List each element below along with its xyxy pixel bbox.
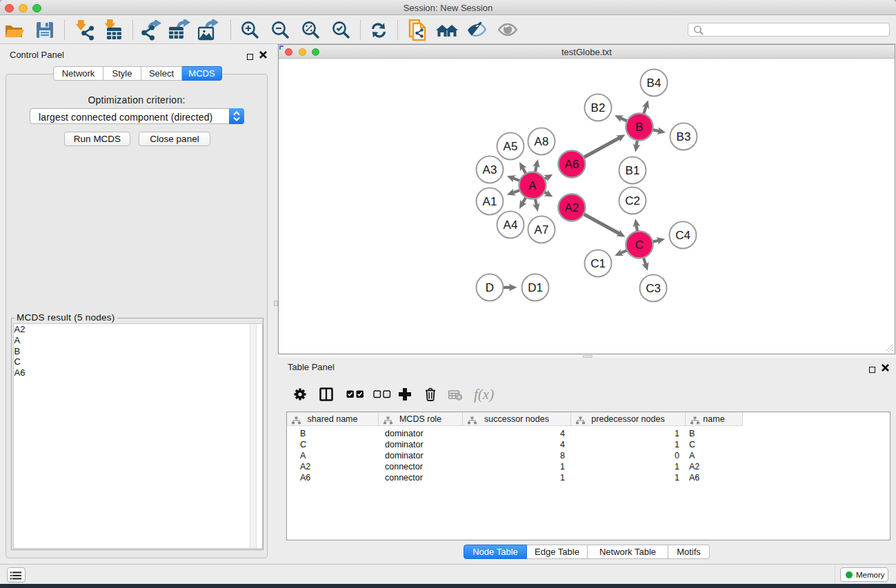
svg-text:D1: D1	[528, 281, 543, 294]
svg-text:A8: A8	[535, 135, 549, 148]
svg-text:D: D	[486, 281, 494, 294]
svg-text:C4: C4	[675, 229, 690, 242]
svg-text:B3: B3	[677, 130, 691, 143]
svg-text:C2: C2	[625, 194, 640, 207]
svg-text:A1: A1	[483, 195, 497, 208]
svg-text:C1: C1	[590, 257, 606, 270]
svg-text:A2: A2	[565, 201, 579, 214]
svg-text:A3: A3	[483, 163, 497, 176]
svg-text:A4: A4	[504, 219, 518, 232]
svg-text:C3: C3	[646, 282, 661, 295]
svg-text:B4: B4	[647, 77, 661, 90]
svg-text:A5: A5	[504, 140, 518, 153]
svg-text:C: C	[635, 239, 644, 252]
svg-text:B2: B2	[591, 101, 606, 114]
svg-text:A7: A7	[535, 223, 549, 236]
svg-text:A6: A6	[565, 158, 579, 171]
svg-text:B: B	[635, 121, 643, 134]
svg-text:B1: B1	[626, 164, 640, 177]
svg-text:A: A	[528, 179, 537, 192]
